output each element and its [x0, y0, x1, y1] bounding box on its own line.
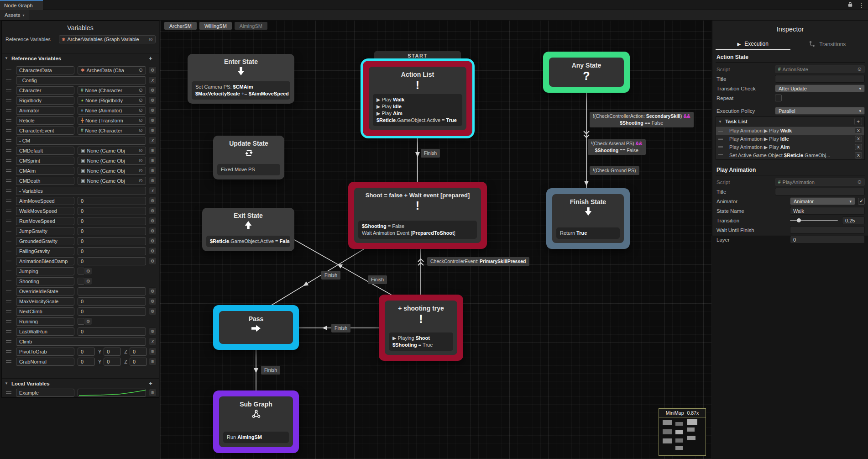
- inspector-text-field[interactable]: Walk: [790, 207, 865, 215]
- task-list-item[interactable]: Play Animation ▶ Play AimX: [716, 143, 864, 151]
- variable-name-field[interactable]: LastWallRun: [16, 327, 74, 336]
- lock-icon[interactable]: [847, 1, 853, 9]
- inspector-text-field[interactable]: [775, 75, 865, 83]
- foldout-icon[interactable]: ▼: [718, 120, 722, 124]
- object-picker-icon[interactable]: ⊙: [149, 37, 153, 42]
- variable-checkbox[interactable]: [78, 268, 84, 274]
- drag-handle-icon[interactable]: [6, 179, 11, 182]
- drag-handle-icon[interactable]: [6, 230, 11, 232]
- object-picker-icon[interactable]: ⊙: [139, 127, 143, 133]
- variable-value-field[interactable]: 0: [78, 227, 146, 235]
- variable-value-field[interactable]: »None (Animator)⊙: [78, 106, 146, 115]
- drag-handle-icon[interactable]: [6, 280, 11, 282]
- variable-value-field[interactable]: 0: [78, 197, 146, 205]
- inspector-tab-transitions[interactable]: Transitions: [790, 39, 865, 50]
- variable-settings-button[interactable]: ⚙: [149, 257, 157, 265]
- variable-name-field[interactable]: GrabNormal: [16, 358, 74, 366]
- variable-settings-button[interactable]: ⚙: [84, 267, 92, 275]
- variable-name-field[interactable]: AimMoveSpeed: [16, 197, 74, 205]
- variable-settings-button[interactable]: ⚙: [149, 307, 157, 315]
- variable-category-field[interactable]: Climb: [16, 338, 146, 346]
- variable-value-field[interactable]: 0: [78, 237, 146, 245]
- variable-name-field[interactable]: Animator: [16, 106, 74, 115]
- variable-name-field[interactable]: JumpGravity: [16, 227, 74, 235]
- variable-settings-button[interactable]: ⚙: [149, 358, 157, 365]
- drag-handle-icon[interactable]: [6, 270, 11, 272]
- variable-settings-button[interactable]: ⚙: [149, 297, 157, 305]
- variable-settings-button[interactable]: ⚙: [149, 227, 157, 235]
- curve-field[interactable]: [78, 389, 146, 397]
- remove-task-button[interactable]: X: [855, 127, 862, 134]
- object-picker-icon[interactable]: ⊙: [139, 117, 143, 123]
- drag-handle-icon[interactable]: [718, 146, 723, 148]
- variable-name-field[interactable]: Reticle: [16, 116, 74, 125]
- drag-handle-icon[interactable]: [6, 149, 11, 152]
- add-task-button[interactable]: +: [854, 118, 862, 125]
- inspector-dropdown[interactable]: After Update▾: [775, 84, 865, 92]
- object-picker-icon[interactable]: ⊙: [139, 67, 143, 73]
- variable-name-field[interactable]: AnimationBlendDamp: [16, 257, 74, 265]
- object-picker-icon[interactable]: ⊙: [858, 66, 862, 72]
- variable-value-field[interactable]: ╋None (Transform⊙: [78, 116, 146, 125]
- variable-value-field[interactable]: 0: [78, 327, 146, 336]
- foldout-icon[interactable]: ▼: [5, 56, 8, 60]
- variable-value-field[interactable]: ◕None (Rigidbody⊙: [78, 96, 146, 105]
- remove-task-button[interactable]: X: [855, 144, 862, 150]
- drag-handle-icon[interactable]: [6, 360, 11, 363]
- variable-value-field[interactable]: 0: [78, 247, 146, 255]
- drag-handle-icon[interactable]: [6, 109, 11, 111]
- variable-name-field[interactable]: CMSprint: [16, 157, 74, 165]
- local-variables-section-header[interactable]: ▼ Local Variables +: [2, 378, 159, 388]
- object-picker-icon[interactable]: ⊙: [139, 178, 143, 184]
- variable-settings-button[interactable]: ⚙: [149, 217, 157, 225]
- variable-settings-button[interactable]: ⚙: [149, 287, 157, 295]
- variable-value-field[interactable]: ✱ArcherData (Cha⊙: [78, 66, 146, 74]
- variable-name-field[interactable]: PivotToGrab: [16, 348, 74, 356]
- variable-value-field[interactable]: #None (Character⊙: [78, 127, 146, 135]
- vector-x-field[interactable]: 0: [78, 358, 95, 366]
- vector-z-field[interactable]: 0: [130, 348, 147, 356]
- variable-value-field[interactable]: 0: [78, 307, 146, 316]
- add-local-variable-button[interactable]: +: [147, 380, 154, 387]
- variable-name-field[interactable]: CMDeath: [16, 177, 74, 185]
- remove-variable-button[interactable]: x: [149, 187, 157, 195]
- variable-value-field[interactable]: 0: [78, 297, 146, 306]
- variable-name-field[interactable]: CMDefault: [16, 147, 74, 155]
- drag-handle-icon[interactable]: [6, 210, 11, 212]
- variable-settings-button[interactable]: ⚙: [149, 157, 157, 164]
- vector-y-field[interactable]: 0: [104, 348, 121, 356]
- variable-settings-button[interactable]: ⚙: [149, 66, 157, 74]
- drag-handle-icon[interactable]: [6, 89, 11, 91]
- object-picker-icon[interactable]: ⊙: [139, 97, 143, 103]
- vector-z-field[interactable]: 0: [130, 358, 147, 366]
- variable-value-field[interactable]: ▣None (Game Obj⊙: [78, 177, 146, 185]
- drag-handle-icon[interactable]: [6, 169, 11, 172]
- variable-settings-button[interactable]: ⚙: [149, 348, 157, 355]
- variable-name-field[interactable]: Rigidbody: [16, 96, 74, 105]
- drag-handle-icon[interactable]: [718, 138, 723, 140]
- drag-handle-icon[interactable]: [718, 154, 723, 156]
- drag-handle-icon[interactable]: [6, 300, 11, 302]
- variable-value-field[interactable]: #None (Character⊙: [78, 86, 146, 95]
- minimap[interactable]: MiniMap 0.87x: [659, 408, 706, 456]
- variable-value-field[interactable]: ▣None (Game Obj⊙: [78, 157, 146, 165]
- variable-settings-button[interactable]: ⚙: [149, 86, 157, 94]
- variable-settings-button[interactable]: ⚙: [149, 116, 157, 124]
- variable-value-field[interactable]: [78, 287, 146, 295]
- variable-settings-button[interactable]: ⚙: [149, 167, 157, 174]
- node-any-state[interactable]: Any State?: [543, 52, 630, 93]
- task-list-item[interactable]: Play Animation ▶ Play IdleX: [716, 135, 864, 143]
- variable-name-field[interactable]: Example: [16, 389, 74, 397]
- slider-track[interactable]: [790, 220, 838, 221]
- variable-name-field[interactable]: CharacterEvent: [16, 127, 74, 135]
- variable-value-field[interactable]: ▣None (Game Obj⊙: [78, 167, 146, 175]
- variable-name-field[interactable]: FallingGravity: [16, 247, 74, 255]
- variable-settings-button[interactable]: ⚙: [149, 96, 157, 104]
- graph-tab-willingsm[interactable]: WillingSM: [199, 22, 232, 30]
- drag-handle-icon[interactable]: [6, 99, 11, 101]
- node-update-state[interactable]: Update StateFixed Move PS: [213, 136, 284, 179]
- variable-name-field[interactable]: Running: [16, 317, 74, 326]
- node-sub-graph[interactable]: Sub GraphRun AimingSM: [213, 390, 299, 453]
- inspector-tab-execution[interactable]: ▶Execution: [716, 39, 790, 50]
- drag-handle-icon[interactable]: [718, 130, 723, 132]
